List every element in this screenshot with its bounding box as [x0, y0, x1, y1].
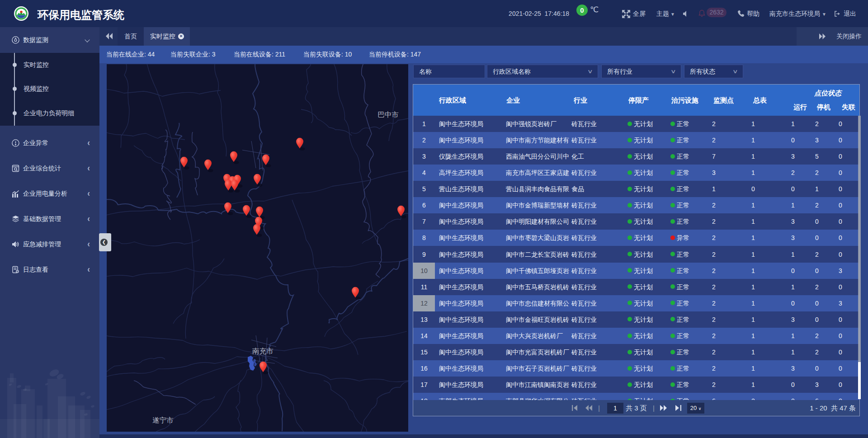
svg-text:遂宁市: 遂宁市 — [152, 416, 174, 424]
svg-text:南充市: 南充市 — [252, 347, 274, 355]
svg-text:巴中市: 巴中市 — [377, 111, 399, 118]
